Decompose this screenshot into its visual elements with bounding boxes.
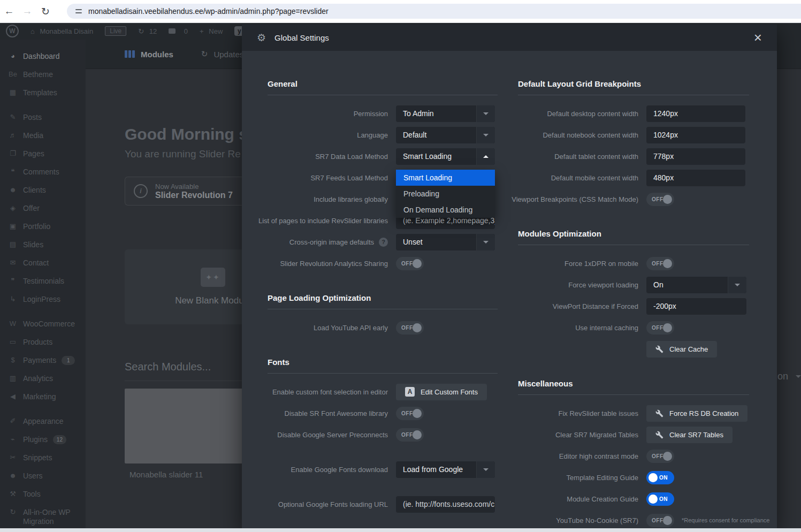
force-rs-db-creation-button[interactable]: Force RS DB Creation: [646, 405, 747, 422]
preconnect-row: Disable Google Server Preconnects OFF: [268, 424, 498, 445]
clear-sr7-tables-label: Clear SR7 Migrated Tables: [555, 431, 638, 439]
cross-origin-label: Cross-origin image defaults: [289, 238, 374, 246]
section-fonts: Fonts Enable custom font selection in ed…: [268, 358, 498, 515]
tablet-width-input[interactable]: [646, 148, 745, 165]
analytics-sharing-label: Slider Revolution Analytics Sharing: [280, 260, 388, 268]
youtube-nocookie-row: YouTube No-Cookie (SR7) OFF *Requires co…: [518, 510, 749, 530]
pages-list-label: List of pages to include RevSlider libra…: [258, 217, 388, 225]
data-load-method-row: SR7 Data Load Method Smart Loading Smart…: [268, 146, 498, 167]
fix-tables-row: Fix RevSlider table issues Force RS DB C…: [518, 402, 749, 424]
dropdown-option-smart-loading[interactable]: Smart Loading: [396, 170, 495, 186]
data-load-method-select[interactable]: Smart Loading: [396, 148, 495, 165]
font-awesome-toggle[interactable]: OFF: [396, 407, 424, 420]
viewport-loading-select[interactable]: On: [646, 277, 746, 293]
viewport-distance-input[interactable]: [646, 298, 746, 315]
horizontal-scrollbar[interactable]: [0, 528, 801, 532]
permission-row: Permission To Admin: [268, 103, 498, 124]
desktop-width-input[interactable]: [646, 105, 745, 122]
google-fonts-download-select[interactable]: Load from Google: [396, 461, 495, 478]
notebook-width-label: Default notebook content width: [543, 131, 638, 139]
wrench-icon: [655, 345, 663, 353]
viewport-distance-label: ViewPort Distance if Forced: [553, 302, 638, 310]
force-dpr-toggle[interactable]: OFF: [646, 257, 674, 270]
fix-tables-label: Fix RevSlider table issues: [558, 409, 638, 417]
viewport-breakpoints-row: Viewport Breakpoints (CSS Match Mode) OF…: [518, 188, 749, 210]
high-contrast-toggle[interactable]: OFF: [646, 450, 674, 463]
global-settings-modal: ⚙ Global Settings × General Permission T…: [242, 24, 777, 530]
chevron-down-icon: [476, 234, 495, 250]
viewport-loading-row: Force viewport loading On: [518, 274, 749, 295]
google-fonts-url-input[interactable]: [396, 496, 495, 513]
section-title: Miscellaneous: [518, 379, 749, 395]
viewport-distance-row: ViewPort Distance if Forced: [518, 295, 749, 317]
forward-icon[interactable]: →: [18, 5, 36, 17]
chevron-down-icon: [476, 461, 495, 478]
feeds-load-method-label: SR7 Feeds Load Method: [310, 174, 388, 182]
analytics-sharing-toggle[interactable]: OFF: [396, 257, 424, 270]
notebook-width-row: Default notebook content width: [518, 124, 749, 146]
chevron-down-icon: [476, 127, 495, 143]
template-guide-label: Template Editing Guide: [567, 474, 638, 482]
reload-icon[interactable]: ↻: [36, 5, 55, 18]
help-icon[interactable]: ?: [379, 238, 388, 247]
analytics-sharing-row: Slider Revolution Analytics Sharing OFF: [268, 253, 498, 274]
load-method-dropdown-menu: Smart Loading Preloading On Demand Loadi…: [396, 170, 495, 218]
mobile-width-input[interactable]: [646, 170, 745, 186]
internal-caching-label: Use internal caching: [575, 324, 638, 332]
section-title: Fonts: [268, 358, 498, 374]
google-fonts-download-row: Enable Google Fonts download Load from G…: [268, 459, 498, 480]
browser-toolbar: ← → ↻ monabelladisain.veebilahendus.ee/w…: [0, 0, 801, 23]
font-a-icon: A: [405, 387, 415, 397]
modal-right-column: Default Layout Grid Breakpoints Default …: [518, 79, 749, 530]
notebook-width-input[interactable]: [646, 127, 745, 143]
data-load-method-label: SR7 Data Load Method: [315, 153, 388, 161]
tablet-width-label: Default tablet content width: [554, 153, 638, 161]
clear-cache-button[interactable]: Clear Cache: [646, 341, 717, 358]
site-settings-icon[interactable]: [74, 7, 83, 16]
mobile-width-row: Default mobile content width: [518, 167, 749, 188]
module-guide-toggle[interactable]: ON: [646, 492, 674, 506]
font-awesome-row: Disable SR Font Awesome library OFF: [268, 402, 498, 424]
template-guide-toggle[interactable]: ON: [646, 471, 674, 484]
youtube-nocookie-toggle[interactable]: OFF: [646, 514, 674, 527]
internal-caching-row: Use internal caching OFF: [518, 317, 749, 338]
template-guide-row: Template Editing Guide ON: [518, 467, 749, 488]
dropdown-option-on-demand[interactable]: On Demand Loading: [396, 202, 495, 218]
include-libraries-label: Include libraries globally: [314, 195, 388, 203]
address-bar[interactable]: monabelladisain.veebilahendus.ee/wp-admi…: [67, 4, 801, 19]
preconnect-label: Disable Google Server Preconnects: [277, 431, 388, 439]
google-fonts-download-label: Enable Google Fonts download: [291, 466, 388, 474]
high-contrast-row: Editor high contrast mode OFF: [518, 445, 749, 467]
back-icon[interactable]: ←: [0, 5, 18, 17]
clear-sr7-tables-button[interactable]: Clear SR7 Tables: [646, 427, 733, 443]
chevron-down-icon: [476, 105, 495, 122]
section-title: General: [268, 79, 498, 95]
section-title: Page Loading Optimization: [268, 293, 498, 309]
youtube-api-label: Load YouTube API early: [314, 324, 388, 332]
language-select[interactable]: Default: [396, 127, 495, 143]
language-label: Language: [357, 131, 388, 139]
wrench-icon: [655, 409, 663, 417]
youtube-api-toggle[interactable]: OFF: [396, 321, 424, 335]
internal-caching-toggle[interactable]: OFF: [646, 321, 674, 335]
wrench-icon: [655, 431, 663, 439]
viewport-breakpoints-toggle[interactable]: OFF: [646, 193, 674, 206]
force-dpr-row: Force 1xDPR on mobile OFF: [518, 253, 749, 274]
section-modules-optimization: Modules Optimization Force 1xDPR on mobi…: [518, 229, 749, 360]
section-title: Default Layout Grid Breakpoints: [518, 79, 749, 95]
font-awesome-label: Disable SR Font Awesome library: [285, 409, 388, 417]
cross-origin-select[interactable]: Unset: [396, 234, 495, 250]
viewport-loading-label: Force viewport loading: [568, 281, 638, 289]
permission-select[interactable]: To Admin: [396, 105, 495, 122]
permission-label: Permission: [354, 110, 388, 118]
app-root: ← → ↻ monabelladisain.veebilahendus.ee/w…: [0, 0, 801, 532]
edit-custom-fonts-button[interactable]: AEdit Custom Fonts: [396, 384, 487, 400]
mobile-width-label: Default mobile content width: [551, 174, 638, 182]
custom-fonts-row: Enable custom font selection in editor A…: [268, 381, 498, 402]
close-icon[interactable]: ×: [754, 32, 762, 43]
google-fonts-url-label: Optional Google Fonts loading URL: [278, 500, 388, 508]
dropdown-option-preloading[interactable]: Preloading: [396, 186, 495, 202]
cross-origin-row: Cross-origin image defaults? Unset: [268, 231, 498, 253]
preconnect-toggle[interactable]: OFF: [396, 428, 424, 442]
language-row: Language Default: [268, 124, 498, 146]
